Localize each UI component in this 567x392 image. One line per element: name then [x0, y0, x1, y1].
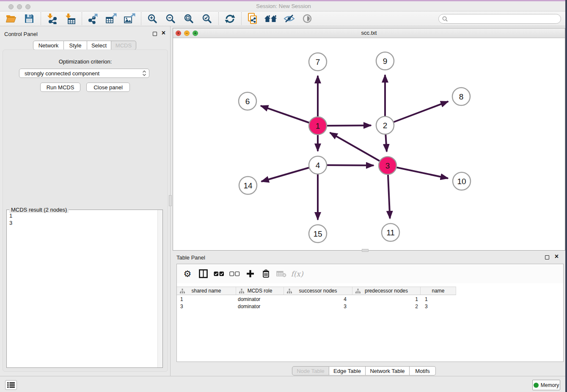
duplicate-network-icon[interactable] — [245, 12, 260, 25]
cell-successor-nodes[interactable]: 3 — [284, 303, 352, 310]
table-row[interactable]: 3 dominator 3 2 3 — [177, 303, 563, 310]
zoom-out-icon[interactable] — [163, 12, 178, 25]
column-header-successor-nodes[interactable]: successor nodes — [284, 287, 352, 295]
main-toolbar — [0, 11, 565, 26]
search-icon — [442, 16, 448, 22]
export-network-icon[interactable] — [85, 12, 101, 25]
criterion-value: strongly connected component — [25, 70, 99, 77]
search-input[interactable] — [450, 15, 561, 23]
mcds-result-box[interactable]: MCDS result (2 nodes) 1 3 — [6, 210, 163, 368]
cell-shared-name[interactable]: 1 — [177, 295, 236, 303]
graph-node-label: 9 — [383, 57, 388, 66]
column-header-predecessor-nodes[interactable]: predecessor nodes — [352, 287, 421, 295]
import-table-icon[interactable] — [63, 12, 78, 25]
open-file-icon[interactable] — [3, 12, 19, 25]
memory-label: Memory — [541, 382, 559, 388]
criterion-select[interactable]: strongly connected component — [19, 69, 149, 78]
zoom-in-icon[interactable] — [145, 12, 160, 25]
cell-name[interactable]: 1 — [421, 295, 456, 303]
close-panel-icon[interactable]: × — [162, 31, 165, 35]
horizontal-splitter-handle[interactable] — [362, 249, 369, 252]
cell-shared-name[interactable]: 3 — [177, 303, 236, 310]
control-panel-title: Control Panel — [4, 31, 38, 37]
graph-node-label: 8 — [459, 92, 464, 101]
tab-node-table[interactable]: Node Table — [292, 366, 329, 375]
tab-network[interactable]: Network — [33, 41, 64, 50]
table-toolbar: ⚙ f(x) — [177, 264, 563, 283]
memory-button[interactable]: Memory — [532, 380, 560, 390]
chevron-updown-icon — [142, 70, 146, 77]
list-icon — [7, 382, 15, 388]
close-panel-button[interactable]: Close panel — [86, 83, 130, 92]
tab-edge-table[interactable]: Edge Table — [329, 366, 366, 375]
export-image-icon[interactable] — [122, 12, 137, 25]
refresh-layout-icon[interactable] — [222, 12, 237, 25]
cell-predecessor-nodes[interactable]: 1 — [352, 295, 421, 303]
graph-node-label: 11 — [386, 228, 395, 237]
tab-mcds[interactable]: MCDS — [111, 41, 136, 50]
cell-mcds-role[interactable]: dominator — [236, 295, 284, 303]
network-window-title: scc.txt — [173, 30, 565, 36]
add-row-icon[interactable] — [244, 268, 256, 280]
column-type-icon — [355, 289, 361, 294]
close-table-panel-icon[interactable]: × — [555, 254, 559, 259]
float-table-panel-icon[interactable] — [545, 255, 549, 259]
show-hidden-icon[interactable] — [300, 12, 315, 25]
cell-successor-nodes[interactable]: 4 — [284, 295, 352, 303]
network-overview-icon[interactable] — [263, 12, 278, 25]
zoom-fit-icon[interactable] — [181, 12, 196, 25]
search-field[interactable] — [438, 14, 561, 24]
cell-name[interactable]: 3 — [421, 303, 456, 310]
graph-node-label: 3 — [385, 161, 390, 170]
table-header-row: shared name MCDS role successor nodes pr… — [177, 287, 456, 295]
toolbar-separator — [82, 12, 82, 25]
column-header-name[interactable]: name — [421, 287, 456, 295]
mcds-panel: Optimization criterion: strongly connect… — [3, 50, 168, 372]
mcds-result-line: 1 — [9, 212, 12, 219]
toolbar-separator — [241, 12, 242, 25]
column-label: name — [432, 288, 444, 294]
column-header-mcds-role[interactable]: MCDS role — [236, 287, 284, 295]
split-columns-icon[interactable] — [197, 268, 209, 280]
cell-predecessor-nodes[interactable]: 2 — [352, 303, 421, 310]
column-label: successor nodes — [299, 288, 337, 294]
tab-network-table[interactable]: Network Table — [366, 366, 410, 375]
task-history-button[interactable] — [5, 380, 17, 390]
graph-node-label: 6 — [245, 97, 250, 106]
deselect-all-icon[interactable] — [228, 268, 241, 280]
select-all-icon[interactable] — [212, 268, 225, 280]
tab-select[interactable]: Select — [87, 41, 111, 50]
status-bar: Memory — [0, 376, 567, 392]
import-network-icon[interactable] — [44, 12, 60, 25]
graph-edge-2-8[interactable] — [385, 102, 448, 125]
run-mcds-button[interactable]: Run MCDS — [40, 83, 80, 92]
graph-edge-3-1[interactable] — [330, 133, 388, 166]
mcds-result-legend: MCDS result (2 nodes) — [9, 207, 69, 213]
cell-mcds-role[interactable]: dominator — [236, 303, 284, 310]
zoom-selected-icon[interactable] — [199, 12, 215, 25]
titlebar[interactable]: Session: New Session — [0, 1, 567, 11]
delete-icon[interactable] — [259, 268, 272, 280]
result-scrollbar[interactable] — [157, 210, 162, 367]
table-body: 1 dominator 4 1 1 3 dominator 3 2 3 — [177, 295, 563, 310]
column-type-icon — [180, 289, 185, 294]
control-panel-tabs: Network Style Select MCDS — [33, 41, 136, 50]
toolbar-separator — [141, 12, 141, 25]
tab-style[interactable]: Style — [64, 41, 87, 50]
float-panel-icon[interactable] — [153, 32, 157, 36]
optimization-criterion-label: Optimization criterion: — [3, 58, 168, 65]
vertical-splitter-handle[interactable] — [169, 195, 172, 206]
desktop-edge-strip — [565, 0, 567, 392]
network-graph: 7968124314101511 — [173, 38, 565, 250]
tab-motifs[interactable]: Motifs — [410, 366, 436, 375]
toolbar-separator — [41, 12, 41, 25]
graph-node-label: 15 — [313, 229, 322, 238]
gear-icon[interactable]: ⚙ — [181, 268, 194, 280]
export-table-icon[interactable] — [104, 12, 119, 25]
save-session-icon[interactable] — [22, 12, 37, 25]
column-header-shared-name[interactable]: shared name — [177, 287, 236, 295]
table-row[interactable]: 1 dominator 4 1 1 — [177, 295, 563, 303]
network-canvas[interactable]: 7968124314101511 — [173, 38, 565, 250]
network-window-titlebar[interactable]: × − + scc.txt — [173, 28, 565, 38]
hide-selected-icon[interactable] — [281, 12, 297, 25]
